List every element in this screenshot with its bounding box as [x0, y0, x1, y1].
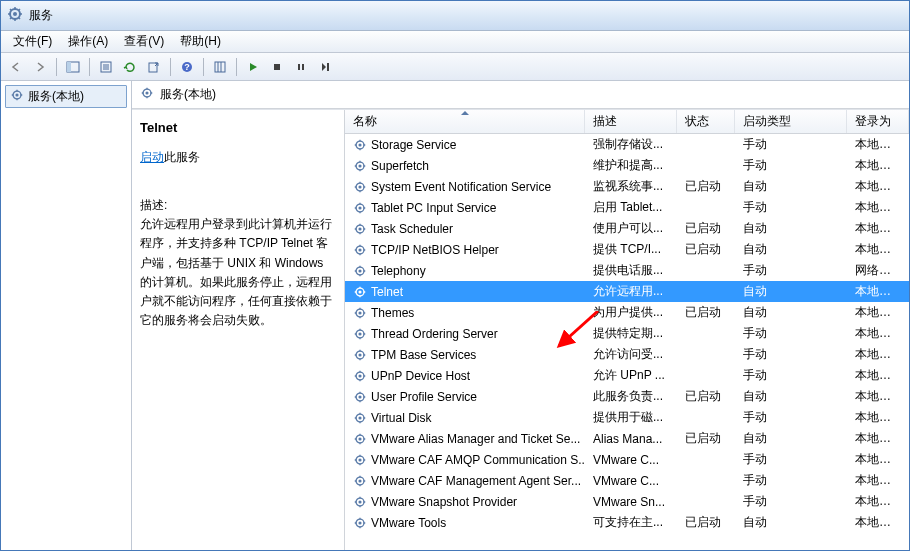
cell-status [677, 479, 735, 483]
cell-status: 已启动 [677, 302, 735, 323]
export-button[interactable] [143, 56, 165, 78]
cell-name: VMware Snapshot Provider [345, 493, 585, 511]
service-row[interactable]: Telnet允许远程用...自动本地服务 [345, 281, 909, 302]
cell-desc: 可支持在主... [585, 512, 677, 533]
column-name[interactable]: 名称 [345, 110, 585, 133]
select-columns-button[interactable] [209, 56, 231, 78]
column-logon[interactable]: 登录为 [847, 110, 909, 133]
cell-name: VMware CAF AMQP Communication S... [345, 451, 585, 469]
service-name: VMware CAF Management Agent Ser... [371, 474, 581, 488]
cell-status [677, 458, 735, 462]
service-name: Tablet PC Input Service [371, 201, 496, 215]
service-row[interactable]: VMware CAF AMQP Communication S...VMware… [345, 449, 909, 470]
tree-item-services-local[interactable]: 服务(本地) [5, 85, 127, 108]
cell-startup: 自动 [735, 176, 847, 197]
column-status[interactable]: 状态 [677, 110, 735, 133]
service-row[interactable]: Storage Service强制存储设...手动本地系统 [345, 134, 909, 155]
cell-logon: 本地服务 [847, 239, 909, 260]
service-row[interactable]: Thread Ordering Server提供特定期...手动本地服务 [345, 323, 909, 344]
svg-point-43 [358, 353, 361, 356]
list-body[interactable]: Storage Service强制存储设...手动本地系统Superfetch维… [345, 134, 909, 550]
titlebar[interactable]: 服务 [1, 1, 909, 31]
cell-status [677, 206, 735, 210]
column-desc[interactable]: 描述 [585, 110, 677, 133]
cell-desc: 允许 UPnP ... [585, 365, 677, 386]
service-row[interactable]: Task Scheduler使用户可以...已启动自动本地系统 [345, 218, 909, 239]
cell-name: TCP/IP NetBIOS Helper [345, 241, 585, 259]
services-window: 服务 文件(F) 操作(A) 查看(V) 帮助(H) ? [0, 0, 910, 551]
help-button[interactable]: ? [176, 56, 198, 78]
service-row[interactable]: User Profile Service此服务负责...已启动自动本地系统 [345, 386, 909, 407]
service-name: Storage Service [371, 138, 456, 152]
cell-name: Superfetch [345, 157, 585, 175]
detail-title: Telnet [140, 120, 336, 135]
cell-name: Virtual Disk [345, 409, 585, 427]
tree-panel: 服务(本地) [1, 81, 132, 550]
cell-desc: 监视系统事... [585, 176, 677, 197]
menu-help[interactable]: 帮助(H) [172, 31, 229, 52]
cell-logon: 本地系统 [847, 407, 909, 428]
service-row[interactable]: Tablet PC Input Service启用 Tablet...手动本地系… [345, 197, 909, 218]
pause-button[interactable] [290, 56, 312, 78]
menu-file[interactable]: 文件(F) [5, 31, 60, 52]
cell-logon: 本地系统 [847, 491, 909, 512]
restart-button[interactable] [314, 56, 336, 78]
cell-logon: 本地系统 [847, 155, 909, 176]
svg-rect-15 [298, 64, 300, 70]
cell-status: 已启动 [677, 428, 735, 449]
svg-point-59 [358, 521, 361, 524]
svg-point-19 [15, 93, 18, 96]
cell-logon: 本地系统 [847, 449, 909, 470]
forward-button[interactable] [29, 56, 51, 78]
svg-rect-16 [302, 64, 304, 70]
svg-point-49 [358, 416, 361, 419]
refresh-button[interactable] [119, 56, 141, 78]
svg-point-45 [358, 374, 361, 377]
service-name: Virtual Disk [371, 411, 431, 425]
start-button[interactable] [242, 56, 264, 78]
svg-point-39 [358, 311, 361, 314]
cell-startup: 自动 [735, 281, 847, 302]
cell-desc: 允许远程用... [585, 281, 677, 302]
service-name: VMware Snapshot Provider [371, 495, 517, 509]
menu-action[interactable]: 操作(A) [60, 31, 116, 52]
service-row[interactable]: UPnP Device Host允许 UPnP ...手动本地服务 [345, 365, 909, 386]
cell-name: Themes [345, 304, 585, 322]
cell-startup: 手动 [735, 470, 847, 491]
cell-startup: 自动 [735, 218, 847, 239]
service-row[interactable]: VMware Snapshot ProviderVMware Sn...手动本地… [345, 491, 909, 512]
service-row[interactable]: Telephony提供电话服...手动网络服务 [345, 260, 909, 281]
back-button[interactable] [5, 56, 27, 78]
menu-view[interactable]: 查看(V) [116, 31, 172, 52]
service-name: Superfetch [371, 159, 429, 173]
window-title: 服务 [29, 7, 53, 24]
cell-name: VMware Alias Manager and Ticket Se... [345, 430, 585, 448]
cell-name: System Event Notification Service [345, 178, 585, 196]
service-row[interactable]: System Event Notification Service监视系统事..… [345, 176, 909, 197]
service-row[interactable]: VMware Alias Manager and Ticket Se...Ali… [345, 428, 909, 449]
cell-status [677, 269, 735, 273]
service-row[interactable]: TPM Base Services允许访问受...手动本地服务 [345, 344, 909, 365]
cell-logon: 本地系统 [847, 302, 909, 323]
show-hide-tree-button[interactable] [62, 56, 84, 78]
cell-status [677, 290, 735, 294]
cell-startup: 手动 [735, 491, 847, 512]
properties-button[interactable] [95, 56, 117, 78]
column-startup[interactable]: 启动类型 [735, 110, 847, 133]
service-row[interactable]: VMware Tools可支持在主...已启动自动本地系统 [345, 512, 909, 533]
svg-point-31 [358, 227, 361, 230]
service-row[interactable]: Superfetch维护和提高...手动本地系统 [345, 155, 909, 176]
svg-point-21 [145, 91, 148, 94]
service-row[interactable]: VMware CAF Management Agent Ser...VMware… [345, 470, 909, 491]
service-row[interactable]: Themes为用户提供...已启动自动本地系统 [345, 302, 909, 323]
svg-point-41 [358, 332, 361, 335]
menubar: 文件(F) 操作(A) 查看(V) 帮助(H) [1, 31, 909, 53]
service-row[interactable]: TCP/IP NetBIOS Helper提供 TCP/I...已启动自动本地服… [345, 239, 909, 260]
start-link[interactable]: 启动 [140, 150, 164, 164]
cell-name: User Profile Service [345, 388, 585, 406]
service-row[interactable]: Virtual Disk提供用于磁...手动本地系统 [345, 407, 909, 428]
stop-button[interactable] [266, 56, 288, 78]
cell-name: VMware Tools [345, 514, 585, 532]
cell-status [677, 416, 735, 420]
cell-desc: 维护和提高... [585, 155, 677, 176]
